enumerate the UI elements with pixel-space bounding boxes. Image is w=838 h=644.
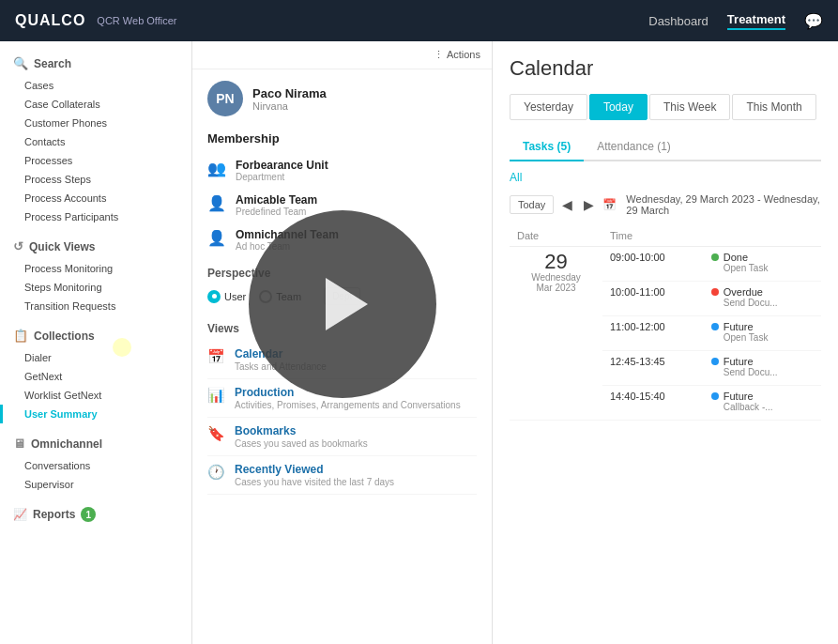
cal-event-future-1: Future Open Task <box>711 321 814 343</box>
cal-event-future-3: Future Callback -... <box>711 391 814 412</box>
calendar-title: Calendar <box>510 56 821 81</box>
main-content: ⋮ Actions PN Paco Nirama Nirvana Members… <box>192 41 838 644</box>
calendar-nav: Today ◀ ▶ 📅 Wednesday, 29 March 2023 - W… <box>510 193 821 216</box>
perspective-user-option[interactable]: User <box>207 290 246 303</box>
sidebar-item-customer-phones[interactable]: Customer Phones <box>0 114 191 132</box>
sidebar-reports[interactable]: 📈 Reports 1 <box>0 501 191 528</box>
actions-bar: ⋮ Actions <box>192 41 492 69</box>
event-label-5: Future <box>724 391 773 402</box>
sidebar-collections-title: 📋 Collections <box>0 323 191 348</box>
event-title-4: Send Docu... <box>724 367 778 377</box>
col-time: Time <box>602 225 704 247</box>
radio-user-selected <box>207 290 221 303</box>
sidebar-item-cases[interactable]: Cases <box>0 76 191 95</box>
sidebar-item-supervisor[interactable]: Supervisor <box>0 475 191 494</box>
dashboard-link[interactable]: Dashboard <box>648 14 708 28</box>
sidebar-item-conversations[interactable]: Conversations <box>0 456 191 475</box>
bookmarks-view-name: Bookmarks <box>235 424 368 437</box>
view-recently-viewed[interactable]: 🕐 Recently Viewed Cases you have visited… <box>207 456 477 495</box>
user-panel: ⋮ Actions PN Paco Nirama Nirvana Members… <box>192 41 493 644</box>
today-btn[interactable]: Today <box>589 94 648 120</box>
yesterday-btn[interactable]: Yesterday <box>510 94 587 120</box>
play-button[interactable] <box>326 278 368 330</box>
time-slot-5: 14:40-15:40 <box>602 386 704 421</box>
table-row: 29 Wednesday Mar 2023 09:00-10:00 Done O… <box>510 247 821 282</box>
sidebar-item-process-accounts[interactable]: Process Accounts <box>0 189 191 207</box>
sidebar-search-section: 🔍 Search Cases Case Collaterals Customer… <box>0 51 191 226</box>
sidebar-omnichannel-section: 🖥 Omnichannel Conversations Supervisor <box>0 431 191 494</box>
reports-label: Reports <box>33 508 75 521</box>
cal-prev-arrow[interactable]: ◀ <box>559 197 575 212</box>
day-name: Wednesday <box>517 272 595 283</box>
amicable-type: Predefined Team <box>236 207 317 217</box>
future-dot-1 <box>711 323 719 330</box>
logo: QUALCO <box>15 12 85 29</box>
sidebar-item-case-collaterals[interactable]: Case Collaterals <box>0 95 191 114</box>
all-filter[interactable]: All <box>510 171 821 184</box>
sidebar-item-process-participants[interactable]: Process Participants <box>0 207 191 226</box>
future-dot-2 <box>711 358 719 365</box>
sidebar: 🔍 Search Cases Case Collaterals Customer… <box>0 41 192 644</box>
adhoc-icon: 👤 <box>207 229 226 247</box>
sidebar-omnichannel-title: 🖥 Omnichannel <box>0 431 191 456</box>
done-dot <box>711 253 719 261</box>
sidebar-item-worklist-getnext[interactable]: Worklist GetNext <box>0 386 191 405</box>
cal-nav-date: Wednesday, 29 March 2023 - Wednesday, 29… <box>626 193 821 216</box>
event-title-3: Open Task <box>724 332 769 343</box>
main-layout: 🔍 Search Cases Case Collaterals Customer… <box>0 41 838 644</box>
sidebar-item-process-monitoring[interactable]: Process Monitoring <box>0 259 191 278</box>
sidebar-item-user-summary[interactable]: User Summary <box>0 405 191 423</box>
cal-today-btn[interactable]: Today <box>510 195 554 214</box>
recently-viewed-name: Recently Viewed <box>235 463 394 476</box>
time-slot-4: 12:45-13:45 <box>602 351 704 386</box>
sidebar-item-processes[interactable]: Processes <box>0 151 191 170</box>
event-label-2: Overdue <box>724 286 778 298</box>
sidebar-item-transition-requests[interactable]: Transition Requests <box>0 297 191 315</box>
amicable-name: Amicable Team <box>236 193 317 207</box>
sidebar-search-title: 🔍 Search <box>0 51 191 76</box>
treatment-link[interactable]: Treatment <box>727 12 785 30</box>
col-date: Date <box>510 225 602 247</box>
tab-attendance[interactable]: Attendance (1) <box>584 133 684 160</box>
calendar-panel: Calendar Yesterday Today This Week This … <box>493 41 838 644</box>
user-info: Paco Nirama Nirvana <box>252 86 327 112</box>
avatar: PN <box>207 81 243 116</box>
top-navigation: QUALCO QCR Web Officer Dashboard Treatme… <box>0 0 838 41</box>
user-name: Paco Nirama <box>252 86 327 100</box>
time-slot-2: 10:00-11:00 <box>602 282 704 316</box>
calendar-icon-sm: 📅 <box>602 198 617 211</box>
sidebar-item-steps-monitoring[interactable]: Steps Monitoring <box>0 278 191 297</box>
production-icon: 📊 <box>207 387 225 404</box>
date-cell: 29 Wednesday Mar 2023 <box>510 247 602 421</box>
video-overlay[interactable] <box>249 210 436 398</box>
calendar-tabs: Tasks (5) Attendance (1) <box>510 133 821 161</box>
tab-tasks[interactable]: Tasks (5) <box>510 133 584 161</box>
collections-icon: 📋 <box>13 329 28 343</box>
team-icon: 👤 <box>207 194 226 212</box>
this-month-btn[interactable]: This Month <box>732 94 815 120</box>
nav-right: Dashboard Treatment 💬 <box>648 12 823 30</box>
this-week-btn[interactable]: This Week <box>649 94 730 120</box>
search-icon: 🔍 <box>13 56 28 70</box>
actions-button[interactable]: ⋮ Actions <box>434 49 480 61</box>
event-slot-2: Overdue Send Docu... <box>704 282 821 316</box>
event-slot-5: Future Callback -... <box>704 386 821 421</box>
sidebar-item-dialer[interactable]: Dialer <box>0 348 191 367</box>
chat-icon[interactable]: 💬 <box>804 12 823 30</box>
sidebar-item-getnext[interactable]: GetNext <box>0 367 191 386</box>
date-filters: Yesterday Today This Week This Month <box>510 94 821 120</box>
cal-event-future-2: Future Send Docu... <box>711 356 814 377</box>
sidebar-item-contacts[interactable]: Contacts <box>0 132 191 151</box>
time-slot-3: 11:00-12:00 <box>602 316 704 351</box>
col-event <box>704 225 821 247</box>
omnichannel-icon: 🖥 <box>13 437 25 451</box>
app-name: QCR Web Officer <box>97 15 176 26</box>
sidebar-quickviews-title: ↺ Quick Views <box>0 234 191 259</box>
bookmarks-view-desc: Cases you saved as bookmarks <box>235 438 368 449</box>
cal-next-arrow[interactable]: ▶ <box>581 197 597 212</box>
forbearance-name: Forbearance Unit <box>236 159 328 172</box>
membership-title: Membership <box>192 128 492 153</box>
cal-event-done: Done Open Task <box>711 252 814 273</box>
view-bookmarks[interactable]: 🔖 Bookmarks Cases you saved as bookmarks <box>207 418 477 456</box>
sidebar-item-process-steps[interactable]: Process Steps <box>0 170 191 189</box>
